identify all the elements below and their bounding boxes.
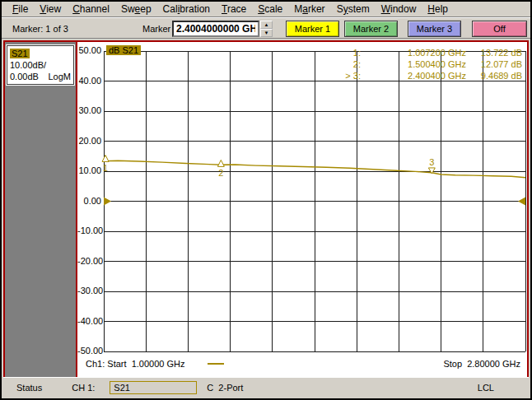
spin-down-button[interactable]: ▼ [260, 29, 273, 37]
calibration-status-label: C 2-Port [207, 383, 243, 393]
trace-scale-label: 10.00dB/ [10, 59, 71, 71]
menu-bar: File View Channel Sweep Calibration Trac… [2, 2, 530, 17]
trace-plot[interactable]: 123 [104, 51, 525, 351]
y-axis-tick-label: 20.00 [77, 136, 101, 147]
marker-readout-value: 12.077 dB [466, 59, 522, 70]
status-bar: Status CH 1: S21 C 2-Port LCL [3, 377, 529, 397]
status-label: Status [16, 383, 42, 393]
trace-status-panel: S21 10.00dB/ 0.00dB LogM [5, 42, 77, 377]
trace-legend-dash [208, 363, 224, 365]
menu-item-trace[interactable]: Trace [216, 2, 252, 16]
y-axis-tick-label: 40.00 [77, 76, 101, 86]
channel-label: CH 1: [72, 383, 95, 393]
marker-readout-frequency: 1.007200 GHz [361, 48, 466, 58]
marker-readout-value: 9.4689 dB [466, 71, 522, 81]
marker-readout: 1:1.007200 GHz13.722 dB2:1.500400 GHz12.… [334, 48, 522, 81]
y-axis-tick-label: -20.00 [77, 256, 101, 267]
marker-off-button[interactable]: Off [472, 21, 527, 37]
measurement-box[interactable]: S21 [110, 381, 197, 394]
reference-level-arrow-left [104, 198, 111, 206]
marker-readout-number: 1: [334, 48, 361, 58]
y-axis-tick-label: 50.00 [77, 45, 101, 56]
spin-up-button[interactable]: ▲ [260, 21, 273, 29]
marker-2-button[interactable]: Marker 2 [344, 21, 398, 37]
marker-number: 2 [218, 168, 223, 178]
marker-number: 3 [429, 157, 434, 167]
y-axis-tick-label: -50.00 [77, 346, 101, 356]
y-axis-tick-label: -40.00 [77, 316, 101, 327]
start-frequency-label: Ch1: Start 1.00000 GHz [86, 359, 184, 369]
lcl-label: LCL [478, 383, 494, 393]
trace-format-label: LogM [48, 71, 71, 82]
y-axis-tick-label: 0.00 [77, 196, 101, 207]
marker-readout-number: 2: [334, 59, 361, 70]
stop-frequency-label: Stop 2.80000 GHz [443, 359, 520, 369]
menu-item-marker[interactable]: Marker [288, 2, 330, 16]
marker-number: 1 [103, 163, 108, 173]
marker-1-button[interactable]: Marker 1 [286, 21, 339, 37]
trace-reference-label: 0.00dB [10, 71, 39, 82]
marker-frequency-input[interactable] [172, 21, 259, 37]
trace-name-badge[interactable]: S21 [10, 49, 30, 58]
y-axis-tick-label: 30.00 [77, 105, 101, 116]
marker-readout-frequency: 1.500400 GHz [361, 59, 466, 70]
marker-readout-frequency: 2.400400 GHz [361, 71, 466, 81]
x-axis-annotation: Ch1: Start 1.00000 GHz Stop 2.80000 GHz [86, 359, 520, 369]
menu-item-sweep[interactable]: Sweep [115, 2, 157, 16]
menu-item-system[interactable]: System [331, 2, 376, 16]
menu-item-calibration[interactable]: Calibration [157, 2, 216, 16]
marker-toolbar: Marker: 1 of 3 Marker 3 ▲▼ Marker 1 Mark… [2, 17, 530, 39]
marker-readout-number: > 3: [334, 71, 361, 81]
menu-item-channel[interactable]: Channel [67, 2, 115, 16]
graticule-area: dB S21 50.0040.0030.0020.0010.000.00-10.… [77, 42, 527, 377]
y-axis-tick-label: -10.00 [77, 226, 101, 236]
menu-item-help[interactable]: Help [422, 2, 454, 16]
marker-3-button[interactable]: Marker 3 [408, 21, 461, 37]
trace-title-badge: dB S21 [106, 45, 141, 55]
channel-window: S21 10.00dB/ 0.00dB LogM dB S21 50.0040.… [3, 40, 529, 379]
marker-status-label: Marker: 1 of 3 [12, 18, 68, 40]
marker-symbol [217, 160, 224, 166]
trace-status-box[interactable]: S21 10.00dB/ 0.00dB LogM [7, 45, 74, 85]
frequency-spinner: ▲▼ [260, 21, 273, 37]
marker-symbol [102, 155, 109, 161]
y-axis-tick-label: -30.00 [77, 286, 101, 296]
menu-item-window[interactable]: Window [376, 2, 422, 16]
marker-readout-value: 13.722 dB [466, 48, 522, 58]
vna-app-window: File View Channel Sweep Calibration Trac… [0, 0, 532, 400]
menu-item-scale[interactable]: Scale [252, 2, 288, 16]
y-axis-tick-label: 10.00 [77, 165, 101, 176]
reference-level-arrow-right [518, 198, 525, 206]
menu-item-view[interactable]: View [34, 2, 67, 16]
menu-item-file[interactable]: File [7, 2, 34, 16]
